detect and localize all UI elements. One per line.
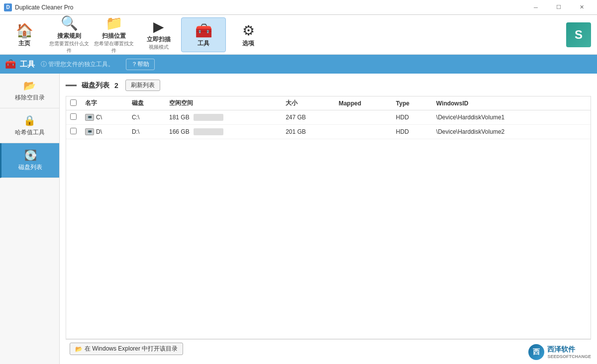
row-extra-1	[576, 125, 591, 139]
toolbar-item-scan-location[interactable]: 📁 扫描位置 您希望在哪置找文件	[92, 17, 136, 52]
col-windows-id: WindowsID	[432, 96, 576, 110]
row-size-1: 201 GB	[282, 125, 334, 139]
row-type-1: HDD	[392, 125, 432, 139]
open-explorer-label: 在 Windows Explorer 中打开该目录	[85, 345, 178, 353]
toolbar-label-tools: 工具	[198, 40, 209, 47]
titlebar-controls: ─ ☐ ✕	[524, 0, 593, 15]
toolbar-icon-options: ⚙	[242, 22, 255, 39]
sidebar-icon-disk-list: 💽	[24, 149, 37, 161]
sidebar-item-remove-empty[interactable]: 📂 移除空目录	[0, 74, 59, 108]
subtitlebar-icon: 🧰	[5, 59, 16, 70]
app-title: Duplicate Cleaner Pro	[15, 4, 73, 11]
help-button[interactable]: ？帮助	[126, 59, 155, 70]
sidebar-item-disk-list[interactable]: 💽 磁盘列表	[0, 143, 59, 178]
row-free-1: 166 GB	[165, 125, 282, 139]
disk-table-container: 名字 磁盘 空闲空间 大小 Mapped Type WindowsID 💻 C\	[66, 96, 591, 339]
disk-table: 名字 磁盘 空闲空间 大小 Mapped Type WindowsID 💻 C\	[66, 96, 591, 139]
row-mapped-0	[335, 110, 392, 125]
col-size: 大小	[282, 96, 334, 110]
open-explorer-button[interactable]: 📂 在 Windows Explorer 中打开该目录	[70, 343, 183, 355]
panel-disk-icon: ━━	[66, 80, 77, 91]
free-space-bar-1	[194, 128, 223, 135]
row-checkbox-1[interactable]	[66, 125, 81, 139]
maximize-button[interactable]: ☐	[547, 0, 570, 15]
col-type: Type	[392, 96, 432, 110]
free-space-bar-0	[194, 114, 223, 121]
branding: 西 西泽软件 SEEDSOFTCHANGE	[528, 344, 591, 360]
col-disk: 磁盘	[128, 96, 165, 110]
free-space-value-0: 181 GB	[169, 114, 190, 121]
disk-sm-icon-1: 💻	[85, 128, 94, 135]
toolbar-item-options[interactable]: ⚙ 选项	[226, 17, 271, 52]
subtitlebar: 🧰 工具 ⓘ 管理您文件的独立工具。 ？帮助	[0, 55, 597, 74]
toolbar-label-search-rules: 搜索规则	[57, 32, 81, 39]
sidebar: 📂 移除空目录 🔒 哈希值工具 💽 磁盘列表	[0, 74, 60, 364]
subtitlebar-title: 工具	[20, 60, 35, 69]
table-row[interactable]: 💻 D\ D:\ 166 GB 201 GB HDD \Device\Hardd…	[66, 125, 591, 139]
sidebar-icon-remove-empty: 📂	[23, 80, 36, 91]
app-icon: D	[4, 3, 12, 11]
titlebar-left: D Duplicate Cleaner Pro	[4, 3, 73, 11]
toolbar-item-tools[interactable]: 🧰 工具	[181, 17, 226, 52]
disk-checkbox-1[interactable]	[70, 128, 77, 134]
sidebar-icon-hash-tools: 🔒	[23, 114, 36, 126]
brand-name: 西泽软件	[547, 345, 591, 354]
col-mapped: Mapped	[335, 96, 392, 110]
row-mapped-1	[335, 125, 392, 139]
row-windows-id-0: \Device\HarddiskVolume1	[432, 110, 576, 125]
col-checkbox	[66, 96, 81, 110]
row-size-0: 247 GB	[282, 110, 334, 125]
toolbar-label-scan-location: 扫描位置	[102, 32, 126, 39]
toolbar-item-scan-now[interactable]: ▶ 立即扫描 视频模式	[136, 17, 181, 52]
disk-checkbox-0[interactable]	[70, 113, 77, 120]
row-type-0: HDD	[392, 110, 432, 125]
panel-header: ━━ 磁盘列表 2 刷新列表	[66, 80, 591, 91]
select-all-checkbox[interactable]	[70, 99, 77, 106]
sidebar-label-remove-empty: 移除空目录	[15, 93, 45, 102]
toolbar-icon-search-rules: 🔍	[61, 15, 78, 31]
toolbar-sublabel-search-rules: 您需要置找什么文件	[49, 40, 90, 54]
toolbar-icon-tools: 🧰	[195, 22, 212, 39]
toolbar-logo: S	[566, 22, 591, 47]
free-space-value-1: 166 GB	[169, 128, 190, 135]
toolbar-label-scan-now: 立即扫描	[147, 36, 171, 43]
sidebar-item-hash-tools[interactable]: 🔒 哈希值工具	[0, 108, 59, 143]
main-panel: ━━ 磁盘列表 2 刷新列表 名字 磁盘 空闲空间 大小 Mapped Type…	[60, 74, 597, 364]
disk-count: 2	[114, 82, 118, 90]
toolbar-item-home[interactable]: 🏠 主页	[2, 17, 47, 52]
toolbar-icon-scan-now: ▶	[153, 18, 164, 35]
row-name-0: 💻 C\	[81, 110, 128, 125]
subtitlebar-description: ⓘ 管理您文件的独立工具。	[41, 60, 114, 69]
row-disk-0: C:\	[128, 110, 165, 125]
toolbar-icon-scan-location: 📁	[105, 15, 123, 31]
disk-name-1: D\	[96, 128, 102, 135]
toolbar-sublabel-scan-location: 您希望在哪置找文件	[94, 40, 134, 54]
row-windows-id-1: \Device\HarddiskVolume2	[432, 125, 576, 139]
toolbar-sublabel-scan-now: 视频模式	[149, 44, 169, 51]
row-free-0: 181 GB	[165, 110, 282, 125]
table-header-row: 名字 磁盘 空闲空间 大小 Mapped Type WindowsID	[66, 96, 591, 110]
main-toolbar: 🏠 主页 🔍 搜索规则 您需要置找什么文件 📁 扫描位置 您希望在哪置找文件 ▶…	[0, 15, 597, 55]
row-disk-1: D:\	[128, 125, 165, 139]
toolbar-label-home: 主页	[18, 40, 30, 47]
minimize-button[interactable]: ─	[524, 0, 547, 15]
row-checkbox-0[interactable]	[66, 110, 81, 125]
row-extra-0	[576, 110, 591, 125]
panel-title: 磁盘列表	[82, 81, 109, 90]
col-extra	[576, 96, 591, 110]
col-free-space: 空闲空间	[165, 96, 282, 110]
row-name-1: 💻 D\	[81, 125, 128, 139]
close-button[interactable]: ✕	[570, 0, 593, 15]
table-row[interactable]: 💻 C\ C:\ 181 GB 247 GB HDD \Device\Hardd…	[66, 110, 591, 125]
titlebar: D Duplicate Cleaner Pro ─ ☐ ✕	[0, 0, 597, 15]
bottom-bar: 📂 在 Windows Explorer 中打开该目录	[66, 339, 591, 358]
brand-logo: 西	[528, 344, 544, 360]
refresh-button[interactable]: 刷新列表	[125, 80, 160, 91]
folder-icon: 📂	[75, 346, 83, 353]
toolbar-item-search-rules[interactable]: 🔍 搜索规则 您需要置找什么文件	[47, 17, 92, 52]
disk-name-0: C\	[96, 114, 102, 121]
toolbar-icon-home: 🏠	[16, 22, 33, 39]
brand-sub: SEEDSOFTCHANGE	[547, 354, 591, 359]
content-area: 📂 移除空目录 🔒 哈希值工具 💽 磁盘列表 ━━ 磁盘列表 2 刷新列表 名字…	[0, 74, 597, 364]
disk-sm-icon-0: 💻	[85, 114, 94, 121]
